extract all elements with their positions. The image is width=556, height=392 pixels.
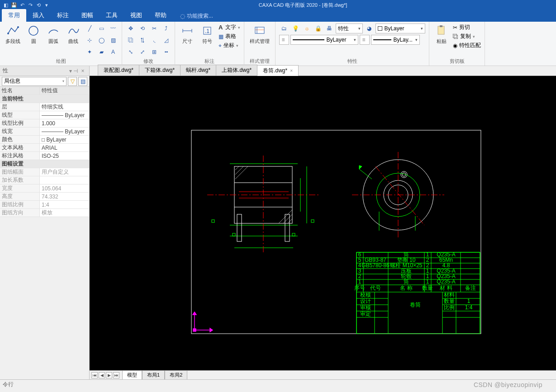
layout-tab[interactable]: 布局2 xyxy=(165,370,187,380)
property-row[interactable]: 宽度105.064 xyxy=(0,184,89,193)
text-button[interactable]: 文字 xyxy=(225,24,236,31)
copy-icon[interactable]: ⿻ xyxy=(126,35,136,45)
style-manager-button[interactable]: 样式管理 xyxy=(248,24,271,46)
tab-frame[interactable]: 图幅 xyxy=(75,9,100,22)
dimension-button[interactable]: 尺寸 xyxy=(179,24,196,46)
property-row[interactable]: 线型———— ByLayer xyxy=(0,111,89,119)
copy-button[interactable]: ⿻复制▾ xyxy=(453,33,481,40)
move-icon[interactable]: ✥ xyxy=(126,24,136,33)
layer-special-select[interactable]: 特性▾ xyxy=(336,24,363,33)
properties-panel: 性▾⊣× 局信息▾ ▽ ▤ 性名特性值 当前特性层特细实线线型———— ByLa… xyxy=(0,66,90,379)
color-select[interactable]: ByLayer▾ xyxy=(375,24,425,33)
doc-tab[interactable]: 装配图.dwg* xyxy=(98,65,139,76)
tab-common[interactable]: 常用 xyxy=(2,9,26,22)
filter-select[interactable]: 局信息▾ xyxy=(2,77,67,86)
revert-icon[interactable]: ⟲ xyxy=(35,2,42,8)
property-row[interactable]: 文本风格ARIAL xyxy=(0,144,89,152)
last-icon[interactable]: ⏭ xyxy=(113,372,119,378)
tab-annotate[interactable]: 标注 xyxy=(51,9,75,22)
drawing-canvas[interactable]: 6筒1Q235-A5GB93-87垫圈 10265Mn4GB5780-86螺栓 … xyxy=(90,76,556,370)
prev-icon[interactable]: ◀ xyxy=(99,372,105,378)
property-row[interactable]: 层特细实线 xyxy=(0,103,89,111)
qat-dropdown-icon[interactable]: ▾ xyxy=(43,2,50,8)
redo-icon[interactable]: ↷ xyxy=(27,2,33,8)
print-icon[interactable]: 🖶 xyxy=(324,24,334,33)
paste-button[interactable]: 粘贴 xyxy=(433,24,450,46)
bulb2-icon[interactable]: 💡 xyxy=(290,24,300,33)
tab-tools[interactable]: 工具 xyxy=(100,9,124,22)
tab-help[interactable]: 帮助 xyxy=(148,9,173,22)
coord-button[interactable]: 坐标 xyxy=(223,42,234,49)
text-a-icon[interactable]: A xyxy=(219,24,223,31)
canvas-area: 装配图.dwg*下箱体.dwg*蜗杆.dwg*上箱体.dwg*卷筒.dwg*× xyxy=(90,66,556,379)
doc-tab[interactable]: 上箱体.dwg* xyxy=(216,65,257,76)
layer-props-icon[interactable]: 🗂 xyxy=(279,24,289,33)
property-row[interactable]: 颜色□ ByLayer xyxy=(0,136,89,144)
ellipse-icon[interactable]: ◯ xyxy=(96,35,106,45)
property-row[interactable]: 线型比例1.000 xyxy=(0,119,89,128)
save-icon[interactable]: 💾 xyxy=(11,2,17,8)
fillet-icon[interactable]: ◟ xyxy=(149,35,159,45)
curve-button[interactable]: 曲线 xyxy=(65,24,82,46)
command-line[interactable]: 令行 xyxy=(0,379,556,392)
layout-tab[interactable]: 模型 xyxy=(122,370,142,380)
fill-icon[interactable]: ▰ xyxy=(96,47,106,57)
centerline-icon[interactable]: ⊹ xyxy=(85,35,95,45)
undo-icon[interactable]: ↶ xyxy=(19,2,25,8)
doc-tab[interactable]: 下箱体.dwg* xyxy=(139,65,181,76)
coord-icon[interactable]: ⌖ xyxy=(219,43,222,49)
rect-icon[interactable]: ▭ xyxy=(96,24,106,33)
layout-tab[interactable]: 布局1 xyxy=(142,370,165,380)
first-icon[interactable]: ⏮ xyxy=(91,372,98,378)
match-props-button[interactable]: ◉特性匹配 xyxy=(453,42,481,49)
extend-icon[interactable]: ⤴ xyxy=(161,24,171,33)
chamfer-icon[interactable]: ◿ xyxy=(161,35,171,45)
lineweight-btn[interactable]: ≡ xyxy=(360,35,370,45)
table-button[interactable]: 表格 xyxy=(225,33,236,40)
tab-view[interactable]: 视图 xyxy=(124,9,148,22)
polyline-button[interactable]: 多段线 xyxy=(4,24,22,46)
property-row[interactable]: 加长系数 xyxy=(0,176,89,184)
pin-icon[interactable]: ⊣ xyxy=(72,68,79,74)
property-row[interactable]: 图纸方向横放 xyxy=(0,209,89,217)
table-icon[interactable]: ▦ xyxy=(219,33,223,40)
point-icon[interactable]: ✦ xyxy=(85,47,95,57)
text-icon[interactable]: A xyxy=(108,47,118,57)
wave-icon[interactable]: 〰 xyxy=(108,24,118,33)
sun-icon[interactable]: ☼ xyxy=(302,24,312,33)
property-row[interactable]: 高度74.332 xyxy=(0,193,89,201)
next-icon[interactable]: ▶ xyxy=(106,372,112,378)
mirror-icon[interactable]: ⮁ xyxy=(138,35,147,45)
line-icon[interactable]: ╱ xyxy=(85,24,95,33)
filter-list-icon[interactable]: ▤ xyxy=(78,77,87,86)
lock-icon[interactable]: 🔒 xyxy=(313,24,323,33)
stretch-icon[interactable]: ⤡ xyxy=(126,47,136,57)
linetype-select[interactable]: ByLayer▾ xyxy=(290,35,358,45)
break-icon[interactable]: ╍ xyxy=(161,47,171,57)
lineweight-select[interactable]: ByLay...▾ xyxy=(371,35,420,45)
linetype-btn[interactable]: ≡ xyxy=(279,35,289,45)
function-search[interactable]: ◌ 功能搜索... xyxy=(180,12,213,22)
property-row[interactable]: 标注风格ISO-25 xyxy=(0,152,89,160)
hatch-icon[interactable]: ▨ xyxy=(108,35,118,45)
app-icon[interactable]: ◧ xyxy=(3,2,9,8)
property-row[interactable]: 图纸幅面用户自定义 xyxy=(0,168,89,176)
match-icon: ◉ xyxy=(453,43,457,49)
arc-button[interactable]: 圆弧 xyxy=(45,24,62,46)
cut-button[interactable]: ✂剪切 xyxy=(453,24,481,31)
rotate-icon[interactable]: ⟲ xyxy=(138,24,147,33)
close-icon[interactable]: × xyxy=(290,68,293,73)
close-icon[interactable]: × xyxy=(79,68,86,74)
filter-funnel-icon[interactable]: ▽ xyxy=(68,77,77,86)
tab-insert[interactable]: 插入 xyxy=(26,9,51,22)
trim-icon[interactable]: ✂ xyxy=(149,24,159,33)
property-row[interactable]: 线宽———— ByLayer xyxy=(0,128,89,136)
doc-tab[interactable]: 蜗杆.dwg* xyxy=(180,65,216,76)
scale-icon[interactable]: ⤢ xyxy=(138,47,147,57)
symbol-button[interactable]: .1符号 xyxy=(199,24,216,46)
property-row[interactable]: 图纸比例1:4 xyxy=(0,201,89,209)
colorwheel-icon[interactable]: ◕ xyxy=(364,24,374,33)
circle-button[interactable]: 圆 xyxy=(25,24,42,46)
array-icon[interactable]: ⊞ xyxy=(149,47,159,57)
doc-tab[interactable]: 卷筒.dwg*× xyxy=(257,65,299,76)
